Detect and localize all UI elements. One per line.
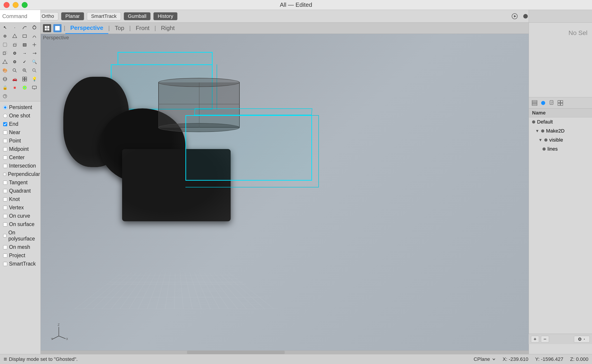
snap-item-on-surface[interactable]: On surface [0, 220, 40, 228]
window-controls[interactable] [4, 2, 27, 8]
tab-top[interactable]: Top [110, 23, 129, 33]
layer-lines[interactable]: lines [529, 144, 592, 154]
layer-visible-label: visible [549, 137, 563, 143]
snap-item-near[interactable]: Near [0, 128, 40, 136]
transform-tool[interactable] [30, 41, 38, 49]
select-tool[interactable]: ↖ [1, 24, 9, 32]
layer-remove-button[interactable]: − [541, 336, 549, 343]
tab-front[interactable]: Front [131, 23, 155, 33]
subobj-tool[interactable] [1, 58, 9, 66]
snap-item-end[interactable]: End [0, 120, 40, 128]
minimize-button[interactable] [13, 2, 19, 8]
snap-item-center[interactable]: Center [0, 153, 40, 162]
layers-circle-icon[interactable] [540, 100, 546, 106]
arc-tool[interactable] [30, 32, 38, 40]
cplane-selector[interactable]: CPlane [474, 356, 496, 362]
svg-rect-57 [558, 100, 560, 103]
layers-doc-icon[interactable] [548, 100, 555, 106]
layer-settings-button[interactable]: ⚙ [574, 336, 590, 343]
view2-tool[interactable] [1, 75, 9, 83]
main-viewport[interactable]: Perspective [41, 34, 529, 354]
lock-tool[interactable]: 🔒 [1, 84, 9, 92]
close-button[interactable] [4, 2, 9, 8]
copy-tool[interactable] [1, 49, 9, 57]
script-tool[interactable] [1, 92, 9, 100]
svg-rect-31 [25, 79, 27, 81]
gear-tool[interactable]: ⚙ [11, 49, 19, 57]
paint-tool[interactable]: 🎨 [1, 66, 9, 75]
view-tool[interactable] [1, 32, 9, 40]
tab-right[interactable]: Right [156, 23, 180, 33]
material-tool[interactable]: ■ [11, 84, 19, 92]
curve-tool[interactable] [20, 24, 29, 32]
mesh-tool[interactable] [11, 32, 19, 40]
snap-item-knot[interactable]: Knot [0, 195, 40, 203]
box-right-main [185, 115, 312, 181]
gumball-button[interactable]: Gumball [124, 12, 151, 20]
snap-item-perpendicular[interactable]: Perpendicular [0, 170, 40, 178]
status-left: ≡ Display mode set to "Ghosted". [4, 356, 78, 363]
flip-tool[interactable] [30, 49, 38, 57]
snap-item-project[interactable]: Project [0, 251, 40, 260]
snap-item-tangent[interactable]: Tangent [0, 178, 40, 187]
snap-item-quadrant[interactable]: Quadrant [0, 187, 40, 195]
scene-3d[interactable]: Y X Z [41, 34, 529, 354]
persistent-option[interactable]: Persistent [0, 103, 40, 111]
car-tool[interactable]: 🚗 [11, 75, 19, 83]
snap-item-on-polysurface[interactable]: On polysurface [0, 228, 40, 243]
box-right-edge2 [312, 115, 319, 181]
planar-button[interactable]: Planar [61, 12, 84, 20]
rect-tool[interactable] [20, 32, 29, 40]
snap-item-on-curve[interactable]: On curve [0, 212, 40, 220]
record-icon[interactable] [511, 12, 519, 20]
layers-stack-icon[interactable] [531, 100, 538, 106]
layer-default[interactable]: Default [529, 117, 592, 126]
layer-make2d[interactable]: ▼ Make2D [529, 126, 592, 136]
snap-item-point[interactable]: Point [0, 136, 40, 145]
layer-visible[interactable]: ▼ visible [529, 136, 592, 144]
surface-tool[interactable] [1, 41, 9, 49]
y-coord: Y: -1596.427 [535, 356, 564, 362]
extrude-tool[interactable] [11, 41, 19, 49]
history-button[interactable]: History [153, 12, 177, 20]
snap-item-intersection[interactable]: Intersection [0, 162, 40, 170]
rotate-tool[interactable] [30, 24, 38, 32]
maximize-button[interactable] [22, 2, 27, 8]
light-tool[interactable]: 💡 [30, 75, 38, 83]
check-tool[interactable]: ✓ [20, 58, 29, 66]
zoom3-tool[interactable] [30, 66, 38, 75]
svg-rect-16 [14, 43, 17, 46]
search-tool[interactable]: 🔍 [30, 58, 38, 66]
svg-rect-30 [23, 79, 24, 81]
command-input[interactable] [2, 13, 38, 20]
svg-point-34 [3, 94, 7, 98]
layer-default-dot [532, 120, 535, 124]
main-scrollbar[interactable] [41, 351, 529, 354]
one-shot-option[interactable]: One shot [0, 111, 40, 120]
viewport-single-icon[interactable] [53, 24, 61, 32]
cog-tool[interactable]: ⚙ [11, 58, 19, 66]
layer-add-button[interactable]: + [531, 336, 539, 343]
zoom-tool[interactable] [11, 66, 19, 75]
snap-items-container: EndNearPointMidpointCenterIntersectionPe… [0, 120, 40, 268]
point-tool[interactable]: · [11, 24, 19, 32]
record-dot-icon[interactable] [521, 12, 530, 20]
display-tool[interactable] [30, 84, 38, 92]
layers-grid-icon[interactable] [557, 100, 564, 106]
scrollbar-thumb[interactable] [187, 351, 285, 354]
scene-objects: Y X Z [41, 34, 529, 354]
color-tool[interactable] [20, 84, 29, 92]
zoom2-tool[interactable] [20, 66, 29, 75]
layer-lines-label: lines [547, 146, 558, 152]
snap-item-midpoint[interactable]: Midpoint [0, 145, 40, 153]
one-shot-label: One shot [9, 113, 30, 119]
snap-item-smarttrack[interactable]: SmartTrack [0, 260, 40, 268]
snap-item-on-mesh[interactable]: On mesh [0, 243, 40, 251]
solid-tool[interactable] [20, 41, 29, 49]
grid2-tool[interactable] [20, 75, 29, 83]
tab-perspective[interactable]: Perspective [65, 23, 108, 34]
snap-item-vertex[interactable]: Vertex [0, 203, 40, 212]
viewport-grid-icon[interactable] [43, 24, 51, 32]
smart-track-button[interactable]: SmartTrack [87, 12, 121, 20]
arrow-tool[interactable]: → [20, 49, 29, 57]
